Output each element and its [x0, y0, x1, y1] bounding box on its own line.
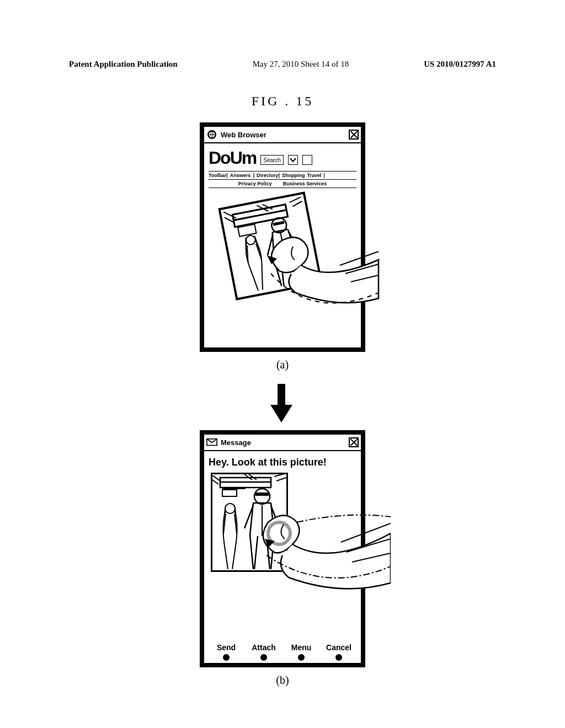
dragged-photo[interactable]	[218, 191, 322, 300]
svg-marker-19	[270, 405, 292, 422]
softkey-menu[interactable]: Menu	[282, 643, 320, 661]
svg-rect-18	[278, 384, 285, 406]
softkey-label: Attach	[245, 643, 282, 652]
nav-item[interactable]: Toolbar|	[209, 173, 228, 178]
header-left: Patent Application Publication	[69, 60, 178, 69]
softkey-bar: Send Attach Menu Cancel	[207, 643, 358, 661]
softkey-send[interactable]: Send	[207, 643, 245, 661]
patent-page-header: Patent Application Publication May 27, 2…	[69, 60, 496, 69]
svg-rect-15	[273, 221, 284, 226]
device-panel-b: Message Hey. Look at this picture!	[200, 430, 365, 667]
titlebar-a: Web Browser	[204, 127, 361, 143]
site-logo: DoUm	[209, 149, 256, 167]
nav-link[interactable]: Business Services	[283, 181, 327, 186]
chevron-down-icon	[290, 157, 296, 163]
app-title-a: Web Browser	[221, 131, 345, 139]
softkey-attach[interactable]: Attach	[245, 643, 282, 661]
photo-illustration	[223, 197, 318, 296]
softkey-dot-icon	[223, 654, 230, 661]
hand-gesture-b	[258, 500, 391, 599]
titlebar-b: Message	[204, 435, 361, 451]
figure-title: FIG . 15	[0, 94, 565, 109]
softkey-dot-icon	[335, 654, 342, 661]
browser-body: DoUm Search Toolbar| Answers | Directory…	[204, 143, 361, 331]
nav-item[interactable]: Travel	[307, 173, 321, 178]
svg-line-26	[212, 480, 218, 484]
softkey-label: Cancel	[320, 643, 358, 652]
flow-arrow-icon	[270, 384, 292, 422]
close-icon[interactable]	[349, 437, 359, 447]
softkey-dot-icon	[298, 654, 305, 661]
caption-a: (a)	[0, 358, 565, 371]
header-right: US 2010/0127997 A1	[424, 60, 496, 69]
svg-rect-33	[255, 493, 269, 496]
nav-row-1: Toolbar| Answers | Directory| Shopping T…	[209, 171, 356, 180]
softkey-cancel[interactable]: Cancel	[320, 643, 358, 661]
svg-line-30	[276, 478, 286, 481]
nav-row-2: Privacy Policy Business Services	[209, 180, 356, 188]
content-area-a	[209, 188, 356, 331]
svg-line-29	[274, 474, 286, 477]
search-bar-row: DoUm Search	[209, 149, 356, 167]
envelope-icon	[206, 437, 217, 448]
softkey-label: Send	[207, 643, 245, 652]
search-input[interactable]: Search	[260, 155, 284, 165]
globe-icon	[206, 129, 217, 140]
softkey-dot-icon	[260, 654, 267, 661]
header-middle: May 27, 2010 Sheet 14 of 18	[253, 60, 349, 69]
go-button[interactable]	[302, 155, 312, 165]
nav-item[interactable]: Answers	[230, 173, 251, 178]
message-text[interactable]: Hey. Look at this picture!	[209, 457, 356, 468]
nav-sep: |	[253, 173, 254, 178]
nav-sep: |	[324, 173, 326, 178]
caption-b: (b)	[0, 674, 565, 687]
nav-item[interactable]: Directory|	[257, 173, 280, 178]
close-icon[interactable]	[349, 130, 359, 140]
app-title-b: Message	[221, 438, 345, 447]
svg-rect-24	[222, 490, 237, 496]
message-body: Hey. Look at this picture!	[204, 451, 361, 572]
svg-line-16	[281, 233, 286, 258]
nav-link[interactable]: Privacy Policy	[238, 181, 272, 186]
svg-point-31	[225, 504, 235, 513]
softkey-label: Menu	[282, 643, 320, 652]
device-panel-a: Web Browser DoUm Search Toolbar| Answers…	[200, 122, 365, 352]
nav-item[interactable]: Shopping	[282, 173, 305, 178]
svg-line-12	[292, 201, 302, 207]
dropdown-button[interactable]	[288, 155, 298, 165]
